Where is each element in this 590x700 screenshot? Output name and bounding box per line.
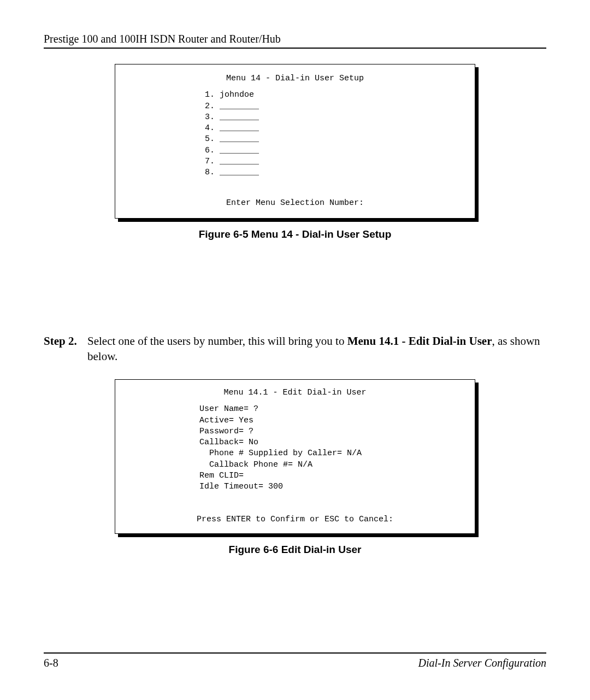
menu14-user-list: 1. johndoe 2. ________ 3. ________ 4. __… [205,90,462,178]
figure-6-6-caption: Figure 6-6 Edit Dial-in User [44,544,546,556]
list-item: 4. ________ [205,123,462,134]
page-number: 6-8 [44,657,58,669]
list-item: 1. johndoe [205,90,462,101]
menu14-1-title: Menu 14.1 - Edit Dial-in User [128,387,462,398]
menu14-1-box: Menu 14.1 - Edit Dial-in User User Name=… [115,379,475,534]
terminal-screen: Menu 14 - Dial-in User Setup 1. johndoe … [115,64,475,219]
menu14-title: Menu 14 - Dial-in User Setup [128,73,462,84]
step-body: Select one of the users by number, this … [87,333,546,364]
running-header: Prestige 100 and 100IH ISDN Router and R… [44,33,546,49]
page-footer: 6-8 Dial-In Server Configuration [44,652,546,669]
list-item: 7. ________ [205,156,462,167]
step-text: Select one of the users by number, this … [87,334,347,348]
menu14-1-fields: User Name= ? Active= Yes Password= ? Cal… [199,404,462,492]
figure-6-5-caption: Figure 6-5 Menu 14 - Dial-in User Setup [44,228,546,240]
list-item: 3. ________ [205,112,462,123]
document-page: Prestige 100 and 100IH ISDN Router and R… [0,0,590,700]
step-label: Step 2. [44,333,87,364]
menu14-1-press-line: Press ENTER to Confirm or ESC to Cancel: [128,514,462,525]
menu14-prompt: Enter Menu Selection Number: [128,198,462,209]
step-bold: Menu 14.1 - Edit Dial-in User [347,334,492,348]
list-item: 6. ________ [205,145,462,156]
list-item: 8. ________ [205,167,462,178]
terminal-screen: Menu 14.1 - Edit Dial-in User User Name=… [115,379,475,534]
list-item: 5. ________ [205,134,462,145]
list-item: 2. ________ [205,101,462,112]
footer-section-title: Dial-In Server Configuration [418,657,546,669]
menu14-box: Menu 14 - Dial-in User Setup 1. johndoe … [115,64,475,219]
step-2: Step 2. Select one of the users by numbe… [44,333,546,364]
